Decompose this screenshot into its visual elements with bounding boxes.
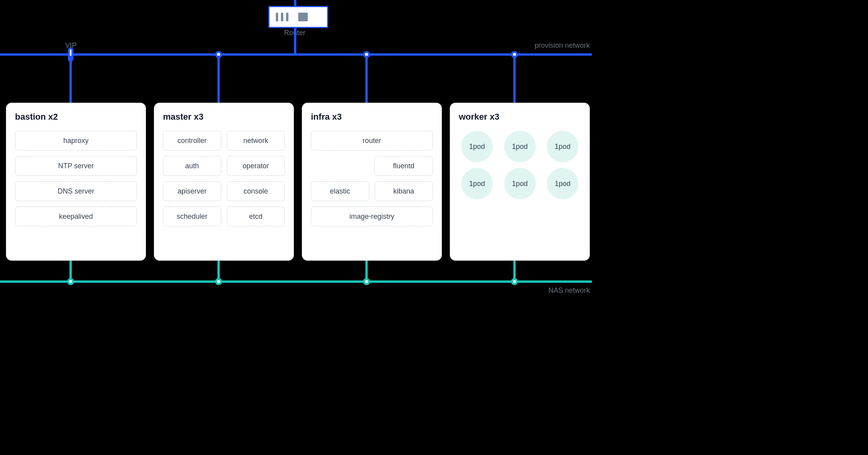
nas-network-label: NAS network <box>548 286 590 295</box>
node-group-bastion: bastion x2 haproxy NTP server DNS server… <box>6 103 146 261</box>
service-box: router <box>311 131 433 150</box>
line-segment <box>294 0 296 6</box>
line-segment <box>294 27 296 55</box>
line-segment <box>69 56 72 103</box>
provision-network-label: provision network <box>535 41 590 50</box>
pod-circle: 1pod <box>461 131 493 162</box>
service-box: network <box>227 131 285 150</box>
network-node <box>511 278 518 285</box>
service-box: console <box>227 181 285 201</box>
service-box: kibana <box>375 181 433 201</box>
node-group-worker: worker x3 1pod 1pod 1pod 1pod 1pod 1pod <box>450 103 590 261</box>
group-title: infra x3 <box>311 112 433 122</box>
line-segment <box>365 56 368 103</box>
service-box: apiserver <box>163 181 221 201</box>
service-box: DNS server <box>15 181 137 201</box>
service-box: controller <box>163 131 221 150</box>
router-icon <box>268 6 328 28</box>
pod-circle: 1pod <box>547 168 578 199</box>
node-group-infra: infra x3 router fluentd elastic kibana i… <box>302 103 442 261</box>
nas-network-line <box>0 280 592 283</box>
pod-circle: 1pod <box>504 168 536 199</box>
group-title: bastion x2 <box>15 112 137 122</box>
service-box: NTP server <box>15 156 137 176</box>
node-group-master: master x3 controller network auth operat… <box>154 103 294 261</box>
line-segment <box>513 56 516 103</box>
service-box: fluentd <box>374 156 433 176</box>
service-box: haproxy <box>15 131 137 150</box>
service-box: keepalived <box>15 207 137 226</box>
network-diagram: Router VIP provision network bastion x2 … <box>0 0 592 303</box>
line-segment <box>513 261 516 280</box>
service-box: scheduler <box>163 207 221 226</box>
provision-network-line <box>0 53 592 56</box>
service-box: image-registry <box>311 207 433 226</box>
line-segment <box>69 261 72 280</box>
pod-circle: 1pod <box>547 131 578 162</box>
service-box: elastic <box>311 181 369 201</box>
line-segment <box>217 261 220 280</box>
network-node <box>363 278 370 285</box>
pod-circle: 1pod <box>461 168 493 199</box>
network-node <box>215 278 222 285</box>
service-box: etcd <box>227 207 285 226</box>
service-box: auth <box>163 156 221 176</box>
line-segment <box>217 56 220 103</box>
group-title: master x3 <box>163 112 285 122</box>
network-node <box>67 278 74 285</box>
group-title: worker x3 <box>459 112 581 122</box>
pod-circle: 1pod <box>504 131 536 162</box>
line-segment <box>365 261 368 280</box>
service-box: operator <box>227 156 285 176</box>
